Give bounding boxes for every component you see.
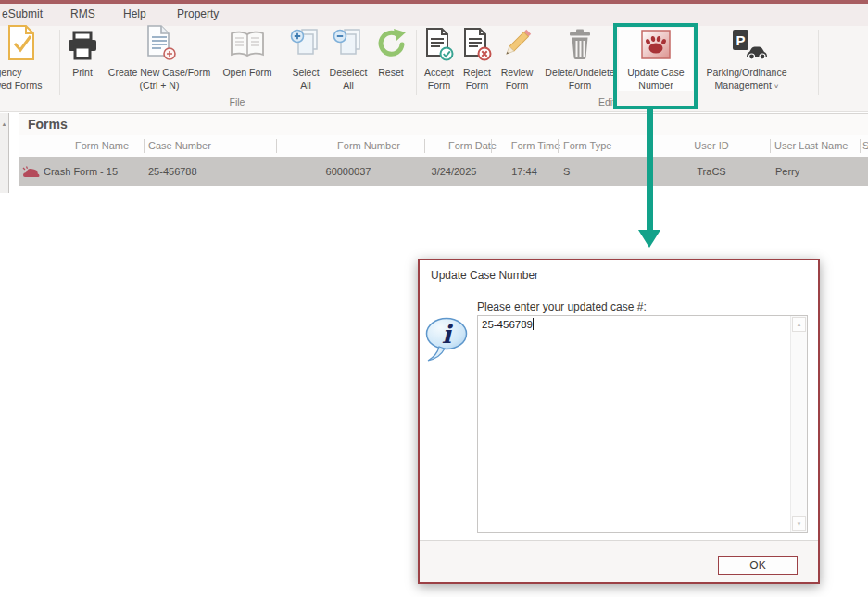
- menu-property[interactable]: Property: [177, 7, 219, 20]
- case-number-input[interactable]: 25-456789 ▲ ▼: [477, 315, 808, 533]
- delete-undelete-form-button[interactable]: Delete/Undelete Form: [539, 28, 621, 91]
- scroll-up-icon[interactable]: ▲: [792, 317, 806, 332]
- select-all-icon: [289, 28, 322, 65]
- forms-panel-title: Forms: [28, 117, 68, 132]
- new-document-icon: [141, 24, 178, 65]
- document-check-icon: [6, 24, 39, 65]
- forms-table-header: Form Name Case Number Form Number Form D…: [19, 135, 868, 157]
- column-separator: [558, 139, 559, 153]
- dialog-footer: OK: [420, 541, 818, 582]
- review-form-button[interactable]: Review Form: [497, 28, 537, 91]
- column-header-form-name[interactable]: Form Name: [56, 140, 148, 151]
- input-scrollbar[interactable]: ▲ ▼: [790, 316, 807, 532]
- column-separator: [860, 139, 861, 153]
- highlight-annotation-box: [613, 23, 698, 109]
- chevron-down-icon: ˅: [774, 83, 779, 91]
- parking-ordinance-management-button[interactable]: P Parking/Ordinance Management ˅: [697, 28, 797, 93]
- forms-panel-header: Forms: [19, 113, 868, 136]
- column-separator: [276, 139, 277, 153]
- accept-form-button[interactable]: Accept Form: [419, 28, 459, 91]
- column-header-user-last-name[interactable]: User Last Name: [774, 140, 848, 151]
- menu-esubmit[interactable]: eSubmit: [2, 7, 43, 20]
- update-case-number-dialog: Update Case Number Please enter your upd…: [418, 259, 820, 584]
- pencil-icon: [499, 26, 535, 65]
- column-separator: [491, 139, 492, 153]
- reset-refresh-icon: [374, 28, 408, 65]
- menu-rms[interactable]: RMS: [70, 7, 95, 20]
- column-header-form-number[interactable]: Form Number: [322, 140, 415, 151]
- cell-user-id: TraCS: [674, 157, 748, 186]
- print-button[interactable]: Print: [59, 28, 106, 78]
- document-accept-icon: [422, 27, 456, 65]
- column-separator: [660, 139, 660, 153]
- annotation-arrow-stem: [647, 109, 653, 230]
- file-group-label: File: [209, 96, 265, 108]
- table-row[interactable]: Crash Form - 15 25-456788 60000037 3/24/…: [19, 157, 868, 186]
- column-header-user-id[interactable]: User ID: [674, 140, 748, 151]
- menu-bar: eSubmit RMS Help Property: [0, 4, 868, 26]
- app-window: eSubmit RMS Help Property File Edit Agen…: [0, 0, 868, 597]
- trash-icon: [564, 27, 596, 65]
- column-separator: [770, 139, 771, 153]
- ribbon-toolbar: File Edit Agency Reviewed Forms Print: [0, 26, 868, 112]
- create-new-case-form-button[interactable]: Create New Case/Form (Ctrl + N): [104, 28, 215, 91]
- cell-case-number: 25-456788: [148, 157, 197, 186]
- scroll-down-icon[interactable]: ▼: [792, 516, 806, 531]
- reject-form-button[interactable]: Reject Form: [458, 28, 497, 91]
- open-book-icon: [229, 29, 266, 65]
- collapsed-panel-scrollbar[interactable]: ▲: [0, 113, 9, 193]
- cell-user-last-name: Perry: [775, 157, 799, 186]
- open-form-button[interactable]: Open Form: [215, 28, 280, 78]
- column-separator: [424, 139, 425, 153]
- column-header-status[interactable]: S: [862, 140, 868, 151]
- group-separator: [818, 30, 819, 95]
- menu-help[interactable]: Help: [123, 7, 146, 20]
- dialog-title: Update Case Number: [431, 269, 538, 282]
- printer-icon: [67, 31, 98, 65]
- svg-text:P: P: [736, 32, 745, 48]
- dialog-prompt: Please enter your updated case #:: [477, 300, 647, 313]
- cell-form-date: 3/24/2025: [417, 157, 491, 186]
- crash-car-icon: [22, 166, 40, 183]
- select-all-button[interactable]: Select All: [285, 28, 326, 91]
- deselect-all-button[interactable]: Deselect All: [326, 28, 371, 91]
- column-header-form-type[interactable]: Form Type: [563, 140, 611, 151]
- cell-form-type: S: [563, 157, 570, 186]
- group-separator: [283, 30, 283, 95]
- annotation-arrow-head: [638, 230, 660, 248]
- ok-button[interactable]: OK: [718, 556, 798, 575]
- cell-form-time: 17:44: [487, 157, 561, 186]
- column-separator: [144, 139, 145, 153]
- info-bubble-icon: i: [424, 316, 471, 370]
- document-reject-icon: [460, 27, 494, 65]
- cell-form-name: Crash Form - 15: [44, 157, 118, 186]
- reset-button[interactable]: Reset: [369, 28, 413, 78]
- agency-reviewed-forms-button[interactable]: Agency Reviewed Forms: [0, 28, 57, 91]
- scroll-up-icon[interactable]: ▲: [2, 121, 7, 127]
- parking-car-icon: P: [725, 29, 768, 65]
- deselect-all-icon: [332, 28, 365, 65]
- column-header-case-number[interactable]: Case Number: [148, 140, 211, 151]
- group-separator: [416, 30, 417, 95]
- case-number-input-value: 25-456789: [482, 319, 533, 330]
- cell-form-number: 60000037: [302, 157, 395, 186]
- text-caret: [533, 318, 534, 330]
